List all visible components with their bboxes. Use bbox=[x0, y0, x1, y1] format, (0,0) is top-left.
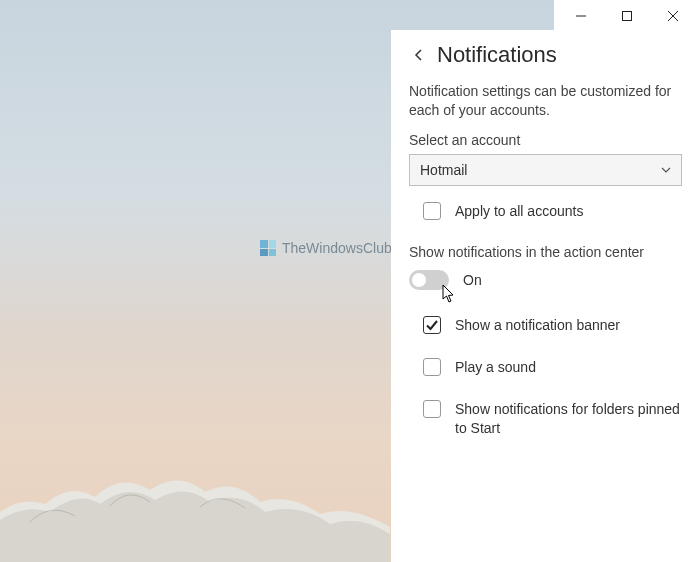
folders-label: Show notifications for folders pinned to… bbox=[455, 400, 682, 436]
watermark-logo-icon bbox=[260, 240, 276, 256]
sound-label: Play a sound bbox=[455, 358, 536, 376]
apply-all-checkbox[interactable] bbox=[423, 202, 441, 220]
chevron-left-icon bbox=[412, 48, 426, 62]
watermark: TheWindowsClub bbox=[260, 240, 392, 256]
maximize-button[interactable] bbox=[604, 0, 650, 32]
select-account-label: Select an account bbox=[409, 132, 682, 148]
banner-row: Show a notification banner bbox=[409, 316, 682, 334]
sound-checkbox[interactable] bbox=[423, 358, 441, 376]
settings-panel: Notifications Notification settings can … bbox=[391, 30, 700, 562]
banner-label: Show a notification banner bbox=[455, 316, 620, 334]
sound-row: Play a sound bbox=[409, 358, 682, 376]
description-text: Notification settings can be customized … bbox=[409, 82, 682, 120]
apply-all-label: Apply to all accounts bbox=[455, 202, 583, 220]
folders-checkbox[interactable] bbox=[423, 400, 441, 418]
back-button[interactable] bbox=[409, 45, 429, 65]
check-icon bbox=[425, 318, 439, 332]
action-center-label: Show notifications in the action center bbox=[409, 244, 682, 260]
maximize-icon bbox=[621, 10, 633, 22]
action-center-toggle-row: On bbox=[409, 270, 682, 290]
window-titlebar bbox=[554, 0, 700, 32]
close-button[interactable] bbox=[650, 0, 696, 32]
minimize-button[interactable] bbox=[558, 0, 604, 32]
account-select[interactable]: Hotmail bbox=[409, 154, 682, 186]
action-center-toggle[interactable] bbox=[409, 270, 449, 290]
svg-rect-1 bbox=[623, 12, 632, 21]
header-row: Notifications bbox=[409, 42, 682, 68]
toggle-knob bbox=[412, 273, 426, 287]
banner-checkbox[interactable] bbox=[423, 316, 441, 334]
toggle-state-text: On bbox=[463, 271, 482, 289]
chevron-down-icon bbox=[661, 165, 671, 175]
page-title: Notifications bbox=[437, 42, 557, 68]
close-icon bbox=[667, 10, 679, 22]
minimize-icon bbox=[575, 10, 587, 22]
folders-row: Show notifications for folders pinned to… bbox=[409, 400, 682, 436]
apply-all-row: Apply to all accounts bbox=[409, 202, 682, 220]
account-select-value: Hotmail bbox=[420, 162, 467, 178]
mountain-illustration bbox=[0, 442, 390, 562]
watermark-text: TheWindowsClub bbox=[282, 240, 392, 256]
